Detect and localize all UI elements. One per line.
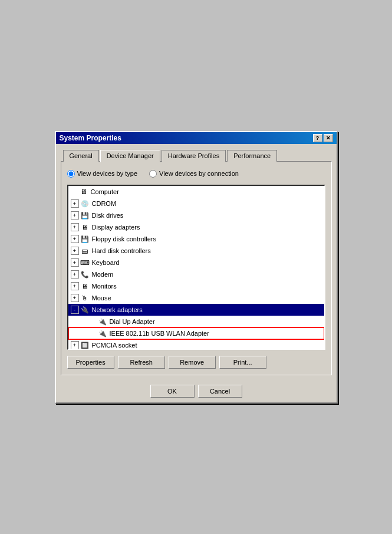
expand-monitors[interactable]: +: [71, 282, 79, 290]
expand-keyboard[interactable]: +: [71, 258, 79, 267]
modem-icon: 📞: [80, 270, 90, 279]
title-bar: System Properties ? ✕: [56, 132, 337, 144]
tree-item-network[interactable]: - 🔌 Network adapters: [68, 304, 324, 316]
network-icon: 🔌: [80, 305, 90, 314]
tab-performance[interactable]: Performance: [227, 150, 277, 162]
expand-hdd[interactable]: +: [71, 247, 79, 255]
computer-icon: 🖥: [79, 187, 88, 196]
tab-strip: General Device Manager Hardware Profiles…: [61, 149, 332, 162]
ok-button[interactable]: OK: [150, 385, 195, 398]
expand-cdrom[interactable]: +: [71, 199, 79, 208]
expand-display[interactable]: +: [71, 223, 79, 231]
ok-cancel-row: OK Cancel: [56, 380, 337, 402]
floppy-icon: 💾: [80, 234, 90, 244]
tree-item-computer[interactable]: 🖥 Computer: [68, 186, 324, 198]
tree-item-modem[interactable]: + 📞 Modem: [68, 268, 324, 280]
dialog-title: System Properties: [60, 134, 121, 142]
tree-item-hdd[interactable]: + 🖴 Hard disk controllers: [68, 245, 324, 257]
monitors-icon: 🖥: [80, 281, 90, 291]
tree-item-wlan[interactable]: 🔌 IEEE 802.11b USB WLAN Adapter: [68, 327, 324, 339]
expand-disk[interactable]: +: [71, 211, 79, 220]
display-icon: 🖥: [80, 222, 90, 232]
mouse-icon: 🖱: [80, 293, 90, 303]
system-properties-dialog: System Properties ? ✕ General Device Man…: [55, 131, 338, 404]
tree-item-pcmcia[interactable]: + 🔲 PCMCIA socket: [68, 339, 324, 350]
wlan-icon: 🔌: [98, 329, 107, 338]
radio-by-connection[interactable]: View devices by connection: [149, 170, 239, 178]
expand-pcmcia[interactable]: +: [71, 341, 79, 349]
tree-item-disk-drives[interactable]: + 💾 Disk drives: [68, 209, 324, 221]
help-button[interactable]: ?: [313, 134, 322, 142]
remove-button[interactable]: Remove: [169, 356, 216, 369]
properties-button[interactable]: Properties: [67, 356, 114, 369]
action-buttons: Properties Refresh Remove Print...: [67, 356, 325, 369]
title-bar-buttons: ? ✕: [313, 134, 333, 142]
expand-network[interactable]: -: [71, 306, 79, 314]
cancel-button[interactable]: Cancel: [198, 385, 242, 398]
tree-item-monitors[interactable]: + 🖥 Monitors: [68, 280, 324, 292]
tree-item-display[interactable]: + 🖥 Display adapters: [68, 221, 324, 233]
device-tree[interactable]: 🖥 Computer + 💿 CDROM + 💾 Disk drives: [67, 185, 325, 350]
tab-device-manager[interactable]: Device Manager: [100, 150, 160, 162]
tree-item-dialup[interactable]: 🔌 Dial Up Adapter: [68, 316, 324, 327]
tree-item-mouse[interactable]: + 🖱 Mouse: [68, 292, 324, 304]
cdrom-icon: 💿: [80, 199, 90, 208]
keyboard-icon: ⌨: [80, 258, 90, 267]
dialog-body: General Device Manager Hardware Profiles…: [56, 144, 337, 380]
refresh-button[interactable]: Refresh: [118, 356, 165, 369]
tab-hardware-profiles[interactable]: Hardware Profiles: [162, 150, 226, 162]
view-options-row: View devices by type View devices by con…: [67, 168, 325, 180]
close-button[interactable]: ✕: [324, 134, 333, 142]
tree-item-floppy[interactable]: + 💾 Floppy disk controllers: [68, 233, 324, 245]
print-button[interactable]: Print...: [219, 356, 266, 369]
disk-icon: 💾: [80, 211, 90, 220]
dialup-icon: 🔌: [98, 317, 107, 326]
hdd-icon: 🖴: [80, 246, 90, 255]
tab-general[interactable]: General: [63, 150, 99, 162]
tab-content-device-manager: View devices by type View devices by con…: [61, 161, 332, 375]
expand-mouse[interactable]: +: [71, 294, 79, 302]
expand-floppy[interactable]: +: [71, 235, 79, 243]
radio-by-type[interactable]: View devices by type: [67, 170, 138, 178]
tree-item-keyboard[interactable]: + ⌨ Keyboard: [68, 257, 324, 268]
tree-item-cdrom[interactable]: + 💿 CDROM: [68, 198, 324, 209]
expand-modem[interactable]: +: [71, 270, 79, 279]
pcmcia-icon: 🔲: [80, 340, 90, 350]
